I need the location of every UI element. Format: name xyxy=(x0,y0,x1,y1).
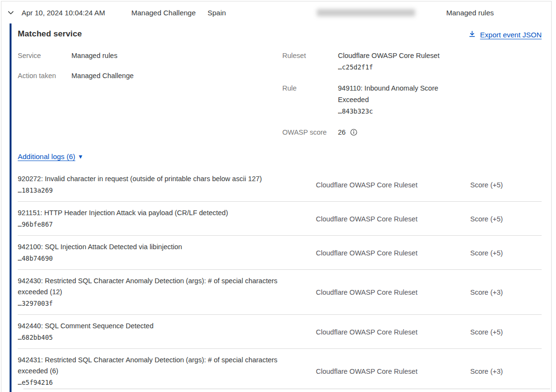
export-event-json-label: Export event JSON xyxy=(480,31,542,39)
log-row: 942430: Restricted SQL Character Anomaly… xyxy=(18,270,542,315)
log-row: 942431: Restricted SQL Character Anomaly… xyxy=(18,349,542,392)
log-rule-hash: …96bfe867 xyxy=(18,219,309,230)
log-row: 920272: Invalid character in request (ou… xyxy=(18,168,542,202)
log-ruleset-cell: Cloudflare OWASP Core Ruleset xyxy=(316,368,470,375)
additional-logs-toggle[interactable]: Additional logs (6) ▼ xyxy=(18,152,83,161)
log-score-cell: Score (+5) xyxy=(470,181,542,189)
log-score-cell: Score (+5) xyxy=(470,249,542,257)
field-service: Service Managed rules xyxy=(18,50,282,61)
rule-id-hash: …843b323c xyxy=(338,105,450,117)
log-description: 942100: SQL Injection Attack Detected vi… xyxy=(18,243,182,251)
log-rule-hash: …1813a269 xyxy=(18,184,309,196)
event-service: Managed rules xyxy=(446,9,551,17)
field-action-taken-value: Managed Challenge xyxy=(71,70,134,81)
field-rule: Rule 949110: Inbound Anomaly Score Excee… xyxy=(282,82,542,117)
log-description-cell: 942430: Restricted SQL Character Anomaly… xyxy=(18,276,316,309)
field-owasp-score: OWASP score 26 xyxy=(282,127,542,138)
log-row: 942100: SQL Injection Attack Detected vi… xyxy=(18,236,542,270)
log-ruleset-cell: Cloudflare OWASP Core Ruleset xyxy=(316,249,470,257)
log-description-cell: 921151: HTTP Header Injection Attack via… xyxy=(18,208,316,230)
redacted-blur xyxy=(317,9,415,16)
log-rule-hash: …3297003f xyxy=(18,298,309,309)
log-ruleset-cell: Cloudflare OWASP Core Ruleset xyxy=(316,288,470,296)
panel-title: Matched service xyxy=(18,29,82,39)
matched-service-panel: Matched service Export event JSON Servic… xyxy=(10,23,551,392)
ruleset-name: Cloudflare OWASP Core Ruleset xyxy=(338,52,440,59)
field-action-taken: Action taken Managed Challenge xyxy=(18,70,282,81)
owasp-score-number: 26 xyxy=(338,127,346,138)
log-score-cell: Score (+5) xyxy=(470,328,542,336)
log-row: 942440: SQL Comment Sequence Detected …6… xyxy=(18,315,542,349)
log-description-cell: 942100: SQL Injection Attack Detected vi… xyxy=(18,242,316,264)
log-score-cell: Score (+3) xyxy=(470,368,542,375)
log-description: 921151: HTTP Header Injection Attack via… xyxy=(18,209,228,217)
collapse-chevron-icon[interactable] xyxy=(7,9,22,16)
ruleset-id-hash: …c25d2f1f xyxy=(338,61,440,73)
panel-header: Matched service Export event JSON xyxy=(18,29,542,39)
log-description: 942430: Restricted SQL Character Anomaly… xyxy=(18,277,278,296)
log-description: 942440: SQL Comment Sequence Detected xyxy=(18,322,153,330)
field-rule-label: Rule xyxy=(282,82,338,94)
export-event-json-link[interactable]: Export event JSON xyxy=(468,30,542,39)
field-ruleset: Ruleset Cloudflare OWASP Core Ruleset …c… xyxy=(282,50,542,73)
log-description-cell: 942440: SQL Comment Sequence Detected …6… xyxy=(18,321,316,343)
log-description-cell: 920272: Invalid character in request (ou… xyxy=(18,173,316,196)
event-row-expanded: Apr 10, 2024 10:04:24 AM Managed Challen… xyxy=(1,1,552,392)
field-owasp-score-label: OWASP score xyxy=(282,127,338,138)
field-ruleset-value: Cloudflare OWASP Core Ruleset …c25d2f1f xyxy=(338,50,440,73)
additional-logs-label: Additional logs (6) xyxy=(18,152,75,161)
log-score-cell: Score (+3) xyxy=(470,288,542,296)
field-owasp-score-value: 26 xyxy=(338,127,358,138)
matched-service-fields: Service Managed rules Action taken Manag… xyxy=(18,50,542,138)
rule-name: 949110: Inbound Anomaly Score Exceeded xyxy=(338,84,438,104)
log-rule-hash: …48b74690 xyxy=(18,253,309,264)
log-description: 942431: Restricted SQL Character Anomaly… xyxy=(18,356,278,375)
fields-left-column: Service Managed rules Action taken Manag… xyxy=(18,50,282,138)
caret-down-icon: ▼ xyxy=(78,154,83,160)
field-rule-value: 949110: Inbound Anomaly Score Exceeded …… xyxy=(338,82,450,117)
log-ruleset-cell: Cloudflare OWASP Core Ruleset xyxy=(316,181,470,189)
log-rule-hash: …682bb405 xyxy=(18,332,309,343)
field-service-label: Service xyxy=(18,50,71,61)
log-score-cell: Score (+5) xyxy=(470,215,542,223)
event-summary-row[interactable]: Apr 10, 2024 10:04:24 AM Managed Challen… xyxy=(1,1,551,23)
log-ruleset-cell: Cloudflare OWASP Core Ruleset xyxy=(316,215,470,223)
field-ruleset-label: Ruleset xyxy=(282,50,338,61)
next-row-divider xyxy=(23,389,550,389)
field-service-value: Managed rules xyxy=(71,50,117,61)
firewall-events-view: Apr 10, 2024 10:04:24 AM Managed Challen… xyxy=(0,0,556,392)
info-icon[interactable] xyxy=(350,128,358,136)
additional-logs-table: 920272: Invalid character in request (ou… xyxy=(18,168,542,392)
event-country: Spain xyxy=(208,9,317,17)
log-row: 921151: HTTP Header Injection Attack via… xyxy=(18,202,542,236)
log-description: 920272: Invalid character in request (ou… xyxy=(18,175,262,183)
event-host-redacted xyxy=(317,9,446,16)
additional-logs-row: Additional logs (6) ▼ xyxy=(18,152,542,161)
log-rule-hash: …e5f94216 xyxy=(18,377,309,388)
log-ruleset-cell: Cloudflare OWASP Core Ruleset xyxy=(316,328,470,336)
log-description-cell: 942431: Restricted SQL Character Anomaly… xyxy=(18,355,316,388)
field-action-taken-label: Action taken xyxy=(18,70,71,81)
event-timestamp: Apr 10, 2024 10:04:24 AM xyxy=(22,9,131,17)
fields-right-column: Ruleset Cloudflare OWASP Core Ruleset …c… xyxy=(282,50,542,138)
event-action: Managed Challenge xyxy=(131,9,208,17)
download-icon xyxy=(468,30,476,39)
